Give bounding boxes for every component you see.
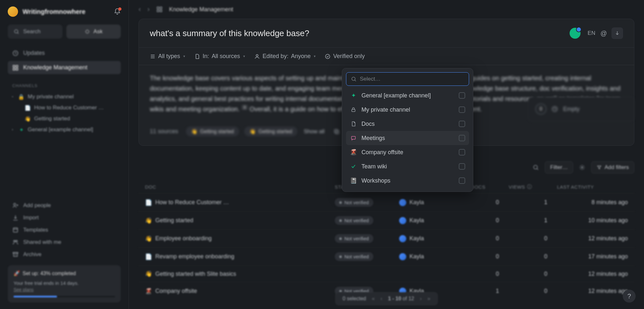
dropdown-item[interactable]: 🌋Company offsite <box>346 145 469 159</box>
svg-rect-3 <box>16 65 18 67</box>
svg-point-23 <box>533 165 537 169</box>
templates-label: Templates <box>23 227 48 233</box>
table-row[interactable]: 👋Getting started with Slite basics0012 m… <box>139 265 634 282</box>
search-button[interactable]: Search <box>8 25 62 39</box>
templates-button[interactable]: Templates <box>8 224 121 236</box>
dropdown-search[interactable] <box>346 72 469 86</box>
table-row[interactable]: 📄Revamp employee onboardingNot verifiedK… <box>139 247 634 265</box>
last-activity: 12 minutes ago <box>557 288 628 294</box>
tree-private-label: My private channel <box>28 94 74 100</box>
svg-rect-13 <box>157 10 159 12</box>
th-activity[interactable]: LAST ACTIVITY <box>557 184 628 190</box>
ask-query-input[interactable]: what's a summary of this knowledge base? <box>150 28 570 38</box>
setup-card[interactable]: 🚀Set up: 43% completed Your free trial e… <box>8 265 121 303</box>
copy-icon[interactable] <box>333 128 340 135</box>
tree-private-channel[interactable]: 🔒 My private channel <box>8 91 121 102</box>
page-last-icon[interactable]: » <box>428 296 430 302</box>
nav-forward-icon[interactable]: › <box>147 5 149 14</box>
notifications-icon[interactable] <box>114 8 121 15</box>
main: ‹ › Knowledge Management what's a summar… <box>129 0 644 309</box>
dropdown-item[interactable]: ✦General [example channel] <box>346 88 469 103</box>
dropdown-item-label: Company offsite <box>361 149 403 156</box>
source-chip[interactable]: 👋Getting started <box>244 126 297 136</box>
table-row[interactable]: 👋Employee onboardingNot verifiedKayla001… <box>139 229 634 247</box>
sources-count[interactable]: 11 sources <box>150 128 178 135</box>
import-button[interactable]: Import <box>8 212 121 224</box>
help-button[interactable]: ? <box>623 290 636 303</box>
rocket-icon: 🚀 <box>14 270 20 276</box>
checkbox[interactable] <box>459 106 465 113</box>
tree-doc-getting-label: Getting started <box>34 115 70 122</box>
page-prev-icon[interactable]: ‹ <box>380 296 382 302</box>
download-icon <box>12 214 19 221</box>
filter-verified[interactable]: Verified only <box>325 53 365 60</box>
dropdown-item[interactable]: Meetings <box>346 131 469 145</box>
tree-doc-reduce[interactable]: 📄 How to Reduce Customer … <box>8 102 121 113</box>
citation-card[interactable]: 0 Empty <box>528 97 634 121</box>
filter-sources[interactable]: In: All sources ▾ <box>194 53 245 60</box>
breadcrumb-title[interactable]: Knowledge Management <box>169 6 233 13</box>
doc-title: Revamp employee onboarding <box>155 253 234 260</box>
nav-knowledge-management[interactable]: Knowledge Management <box>8 61 121 74</box>
nav-updates[interactable]: Updates <box>8 46 121 60</box>
checkbox[interactable] <box>459 92 465 99</box>
doc-emoji-icon: 📄 <box>145 253 151 260</box>
svg-point-19 <box>352 77 355 81</box>
svg-point-9 <box>16 240 17 242</box>
page-next-icon[interactable]: › <box>420 296 421 302</box>
dropdown-search-input[interactable] <box>360 76 464 82</box>
dropdown-item[interactable]: My private channel <box>346 103 469 117</box>
svg-rect-2 <box>13 65 15 67</box>
submit-button[interactable] <box>611 27 623 39</box>
doc-cell: 👋Getting started with Slite basics <box>145 270 335 277</box>
avatar <box>399 217 406 224</box>
add-people-button[interactable]: Add people <box>8 199 121 212</box>
tree-doc-getting[interactable]: 👋 Getting started <box>8 113 121 124</box>
see-plans-link[interactable]: See plans <box>14 287 34 292</box>
citation-number: 0 <box>535 104 546 115</box>
citation-badge[interactable]: 3 <box>242 105 248 110</box>
archive-button[interactable]: Archive <box>8 248 121 261</box>
doc-title: Getting started <box>155 217 193 224</box>
ask-button[interactable]: Ask <box>66 25 121 39</box>
table-row[interactable]: 📄How to Reduce Customer …Not verifiedKay… <box>139 193 634 211</box>
filter-in-prefix: In: <box>203 53 209 60</box>
add-filters-button[interactable]: Add filters <box>591 161 634 174</box>
dropdown-item-label: Team wiki <box>361 163 387 170</box>
svg-rect-17 <box>336 130 339 134</box>
source-chip[interactable]: 👋Getting started <box>186 126 239 136</box>
checkbox[interactable] <box>459 163 465 170</box>
th-views[interactable]: VIEWS ⓘ <box>509 184 557 190</box>
checkbox[interactable] <box>459 135 465 141</box>
dropdown-item[interactable]: Docs <box>346 117 469 131</box>
search-icon[interactable] <box>533 164 539 171</box>
dropdown-item-label: Docs <box>361 121 375 127</box>
doc-title: How to Reduce Customer … <box>155 199 229 206</box>
workspace-switcher[interactable]: Writingfromnowhere <box>8 6 121 17</box>
shared-button[interactable]: Shared with me <box>8 236 121 248</box>
tree-general-channel[interactable]: ✦ General [example channel] <box>8 124 121 135</box>
filter-edited-by[interactable]: Edited by: Anyone ▾ <box>254 53 316 60</box>
doc-emoji-icon: 👋 <box>145 217 151 224</box>
filter-input[interactable]: Filter… <box>545 161 573 174</box>
checkbox[interactable] <box>459 177 465 184</box>
last-activity: 12 minutes ago <box>557 271 628 277</box>
settings-icon[interactable] <box>579 164 585 171</box>
page-first-icon[interactable]: « <box>372 296 375 302</box>
chevron-down-icon: ▾ <box>314 54 316 58</box>
show-all-button[interactable]: Show all <box>304 128 324 135</box>
language-selector[interactable]: EN <box>588 30 595 36</box>
mention-icon[interactable]: @ <box>601 30 607 37</box>
checkbox[interactable] <box>459 149 465 155</box>
dropdown-item[interactable]: Team wiki <box>346 159 469 174</box>
filter-types[interactable]: All types ▾ <box>150 53 185 60</box>
th-doc[interactable]: DOC <box>145 184 335 190</box>
table-row[interactable]: 👋Getting startedNot verifiedKayla0110 mi… <box>139 211 634 229</box>
svg-rect-14 <box>160 10 162 12</box>
grammarly-icon[interactable] <box>570 28 581 39</box>
nav-back-icon[interactable]: ‹ <box>139 5 141 14</box>
dropdown-item[interactable]: 📓Workshops <box>346 174 469 188</box>
checkbox[interactable] <box>459 121 465 127</box>
setup-progress <box>14 296 115 297</box>
avatar <box>399 235 406 242</box>
